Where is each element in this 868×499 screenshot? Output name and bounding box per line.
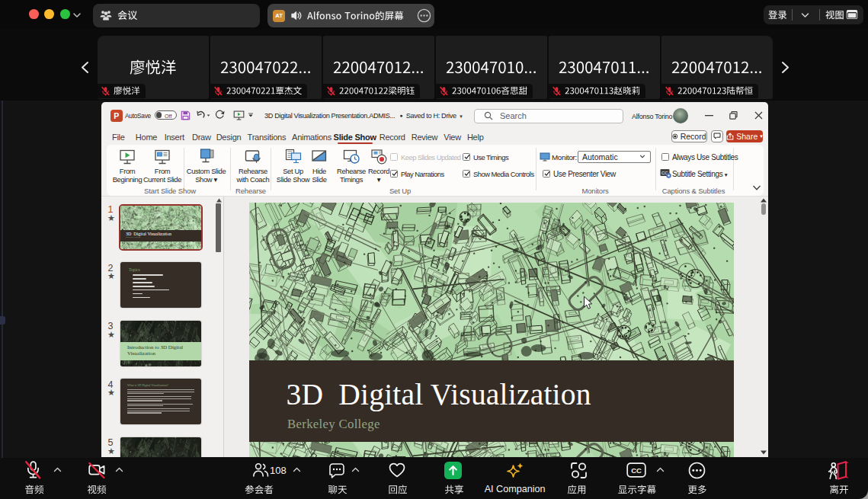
svg-text:CC: CC	[631, 466, 642, 475]
